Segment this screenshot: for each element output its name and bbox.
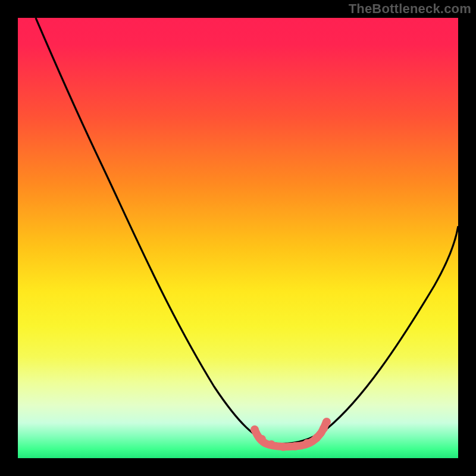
attribution-label: TheBottleneck.com [349, 1, 471, 17]
svg-point-0 [250, 425, 259, 434]
svg-point-2 [267, 440, 275, 449]
plot-area [18, 18, 458, 458]
svg-point-6 [312, 434, 321, 442]
svg-point-1 [258, 435, 266, 443]
bottleneck-curve [36, 18, 458, 444]
svg-point-3 [279, 443, 287, 451]
chart-frame: TheBottleneck.com [0, 0, 476, 476]
svg-point-8 [322, 418, 331, 426]
svg-point-5 [303, 439, 311, 447]
svg-point-4 [291, 442, 299, 450]
curve-layer [18, 18, 458, 458]
